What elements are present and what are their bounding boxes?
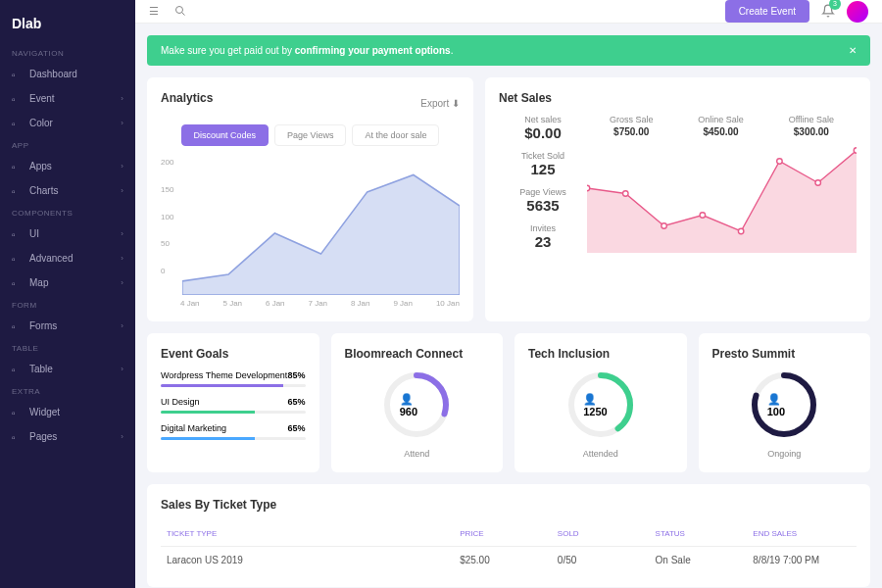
palette-icon: ▫ (12, 119, 22, 128)
chevron-right-icon: › (121, 254, 123, 263)
topbar: ☰ Create Event 3 (135, 0, 882, 24)
sidebar-item-advanced[interactable]: ▫Advanced› (0, 246, 135, 270)
box-icon: ▫ (12, 229, 22, 239)
export-button[interactable]: Export ⬇ (420, 98, 460, 109)
svg-point-9 (854, 148, 857, 154)
close-icon[interactable]: ✕ (849, 45, 857, 56)
tab-at-the-door-sale[interactable]: At the door sale (352, 124, 439, 146)
analytics-chart: 200150100500 (161, 158, 460, 295)
home-icon: ▫ (12, 70, 22, 79)
notification-badge: 3 (829, 0, 841, 10)
event-goals-card: Event Goals Wordpress Theme Development8… (147, 333, 319, 472)
analytics-card: Analytics Export ⬇ Discount CodesPage Vi… (147, 77, 473, 321)
chevron-right-icon: › (121, 432, 123, 441)
map-icon: ▫ (12, 278, 22, 288)
sidebar-item-apps[interactable]: ▫Apps› (0, 154, 135, 178)
create-event-button[interactable]: Create Event (725, 0, 809, 23)
chevron-right-icon: › (121, 321, 123, 330)
brand-logo: Dlab (0, 10, 135, 43)
svg-point-7 (777, 159, 783, 165)
sidebar-item-charts[interactable]: ▫Charts› (0, 178, 135, 203)
sidebar-item-dashboard[interactable]: ▫Dashboard (0, 62, 135, 86)
chevron-right-icon: › (121, 162, 123, 171)
netsales-title: Net Sales (499, 91, 857, 105)
sidebar-item-ui[interactable]: ▫UI› (0, 221, 135, 246)
main: ☰ Create Event 3 Make sure you get paid … (135, 0, 882, 588)
avatar[interactable] (847, 1, 868, 23)
chevron-right-icon: › (121, 365, 123, 373)
pages-icon: ▫ (12, 432, 22, 442)
donut-card-2: Presto Summit👤 100Ongoing (699, 333, 871, 472)
netsales-chart (587, 145, 857, 253)
chart-icon: ▫ (12, 186, 22, 196)
sidebar-item-table[interactable]: ▫Table› (0, 357, 135, 381)
sidebar-item-forms[interactable]: ▫Forms› (0, 314, 135, 338)
table-header: TICKET TYPEPRICESOLDSTATUSEND SALES (161, 521, 857, 547)
chevron-right-icon: › (121, 278, 123, 287)
tab-page-views[interactable]: Page Views (274, 124, 346, 146)
table-icon: ▫ (12, 365, 22, 374)
sidebar: Dlab NAVIGATION▫Dashboard▫Event›▫Color›A… (0, 0, 135, 588)
svg-point-8 (815, 180, 821, 186)
hamburger-icon[interactable]: ☰ (149, 5, 159, 18)
svg-point-0 (176, 6, 183, 13)
form-icon: ▫ (12, 321, 22, 331)
sidebar-item-map[interactable]: ▫Map› (0, 270, 135, 295)
calendar-icon: ▫ (12, 94, 22, 104)
donut-card-0: Bloomreach Connect👤 960Attend (331, 333, 504, 472)
netsales-card: Net Sales Net sales$0.00Ticket Sold125Pa… (485, 77, 870, 321)
tab-discount-codes[interactable]: Discount Codes (181, 124, 270, 146)
widget-icon: ▫ (12, 408, 22, 417)
table-row[interactable]: Laracon US 2019$25.000/50On Sale8/8/19 7… (161, 547, 857, 573)
tickets-card: Sales By Ticket Type TICKET TYPEPRICESOL… (147, 484, 870, 587)
sidebar-item-event[interactable]: ▫Event› (0, 86, 135, 111)
chevron-right-icon: › (121, 94, 123, 103)
layers-icon: ▫ (12, 254, 22, 264)
svg-point-6 (738, 228, 744, 234)
svg-line-1 (182, 12, 185, 15)
sidebar-item-pages[interactable]: ▫Pages› (0, 424, 135, 449)
chevron-right-icon: › (121, 119, 123, 127)
sidebar-item-widget[interactable]: ▫Widget (0, 400, 135, 424)
svg-point-4 (662, 223, 667, 229)
notifications-button[interactable]: 3 (821, 4, 835, 20)
sidebar-item-color[interactable]: ▫Color› (0, 111, 135, 135)
alert-banner: Make sure you get paid out by confirming… (147, 35, 870, 66)
svg-point-3 (623, 191, 629, 197)
svg-point-5 (700, 213, 706, 219)
search-icon[interactable] (174, 5, 186, 19)
chevron-right-icon: › (121, 186, 123, 195)
chevron-right-icon: › (121, 229, 123, 238)
grid-icon: ▫ (12, 162, 22, 172)
analytics-title: Analytics (161, 91, 213, 105)
donut-card-1: Tech Inclusion👤 1250Attended (514, 333, 687, 472)
svg-point-2 (587, 185, 590, 191)
